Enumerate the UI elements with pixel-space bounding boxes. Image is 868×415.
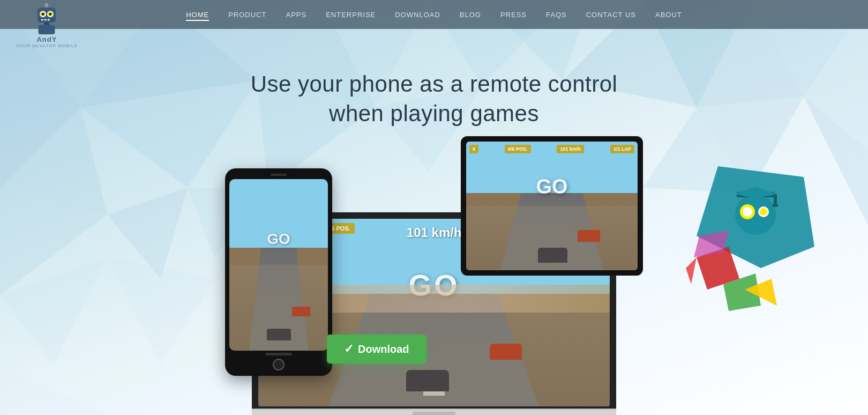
phone-device: GO: [225, 168, 332, 376]
svg-marker-53: [686, 257, 697, 284]
nav-contact[interactable]: CONTACT US: [586, 11, 636, 19]
logo-icon: [31, 2, 63, 34]
nav-menu: HOME PRODUCT APPS ENTERPRISE DOWNLOAD BL…: [186, 10, 682, 19]
nav-product[interactable]: PRODUCT: [228, 11, 266, 19]
nav-enterprise[interactable]: ENTERPRISE: [326, 11, 376, 19]
phone-screen: GO: [229, 179, 328, 351]
svg-rect-50: [774, 194, 777, 205]
tablet-frame: II 6/6 POS. 101 km/h 1/1 LAP GO: [461, 136, 643, 276]
download-label: Download: [358, 343, 409, 355]
svg-rect-37: [41, 19, 43, 21]
nav-about[interactable]: ABOUT: [655, 11, 682, 19]
tablet-go-text: GO: [536, 175, 567, 198]
svg-rect-40: [44, 23, 49, 25]
shapes-svg: [654, 161, 825, 332]
tablet-game: II 6/6 POS. 101 km/h 1/1 LAP GO: [466, 142, 638, 270]
nav-faqs[interactable]: FAQS: [546, 11, 567, 19]
nav-press[interactable]: PRESS: [500, 11, 527, 19]
navbar: AndY YOUR DESKTOP MOBILE HOME PRODUCT AP…: [0, 0, 868, 29]
logo-area[interactable]: AndY YOUR DESKTOP MOBILE: [16, 2, 78, 48]
svg-rect-38: [44, 19, 47, 21]
svg-point-35: [49, 13, 52, 16]
hero-section: AndY YOUR DESKTOP MOBILE HOME PRODUCT AP…: [0, 0, 868, 415]
svg-marker-25: [0, 365, 107, 415]
decorative-shapes: [654, 161, 825, 332]
tablet-hud-speed: 101 km/h: [557, 145, 584, 153]
hero-text-block: Use your phone as a remote control when …: [193, 70, 675, 128]
nav-blog[interactable]: BLOG: [460, 11, 481, 19]
nav-home[interactable]: HOME: [186, 11, 209, 21]
svg-point-45: [743, 207, 752, 217]
svg-rect-51: [773, 204, 778, 207]
svg-rect-39: [48, 19, 50, 21]
tablet-hud: II 6/6 POS. 101 km/h 1/1 LAP: [469, 145, 634, 153]
svg-rect-41: [39, 25, 55, 34]
svg-point-47: [760, 208, 767, 216]
phone-speaker: [265, 353, 292, 355]
hud-speed: 101 km/h: [402, 223, 466, 242]
nav-download[interactable]: DOWNLOAD: [395, 11, 440, 19]
hero-headline-line2: when playing games: [329, 101, 539, 126]
hero-headline-line1: Use your phone as a remote control: [251, 71, 618, 97]
logo-name: AndY: [36, 35, 57, 43]
svg-point-28: [45, 3, 49, 7]
tablet-screen: II 6/6 POS. 101 km/h 1/1 LAP GO: [466, 142, 638, 270]
checkmark-icon: ✓: [344, 342, 354, 356]
laptop-trackpad: [413, 412, 455, 415]
laptop-base: [252, 409, 616, 415]
phone-game: GO: [229, 179, 328, 351]
nav-apps[interactable]: APPS: [286, 11, 306, 19]
download-button[interactable]: ✓ Download: [327, 335, 426, 364]
svg-point-34: [42, 13, 44, 16]
tablet-hud-pos: 6/6 POS.: [505, 145, 531, 153]
tablet-hud-pause: II: [469, 145, 478, 153]
phone-frame: GO: [225, 168, 332, 376]
hero-headline: Use your phone as a remote control when …: [193, 70, 675, 128]
tablet-hud-lap: 1/1 LAP: [610, 145, 634, 153]
devices-container: II 6/6 POS. 101 km/h 1/1 LAP ⚑ GO: [193, 125, 675, 415]
logo-sub: YOUR DESKTOP MOBILE: [16, 43, 78, 48]
phone-go-text: GO: [267, 231, 290, 248]
tablet-device: II 6/6 POS. 101 km/h 1/1 LAP GO: [461, 136, 643, 276]
